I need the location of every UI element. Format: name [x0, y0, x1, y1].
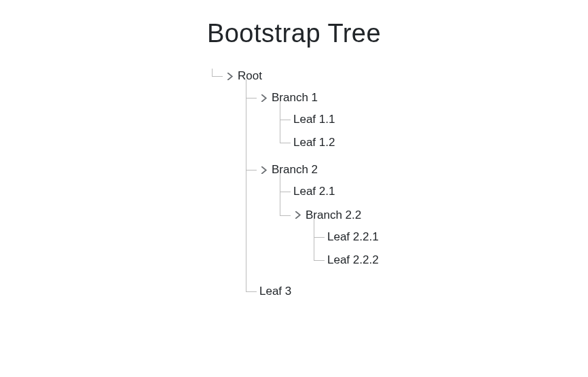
- tree-node-label: Leaf 3: [259, 284, 291, 299]
- page-title: Bootstrap Tree: [0, 19, 588, 48]
- chevron-right-icon[interactable]: [258, 164, 269, 175]
- tree-node-leaf-2-2-2[interactable]: Leaf 2.2.2: [314, 249, 588, 272]
- tree-node-branch-2[interactable]: Branch 2 Leaf 2.1 Branch 2.2: [246, 158, 588, 279]
- tree-node-leaf-2-2-1[interactable]: Leaf 2.2.1: [314, 226, 588, 249]
- tree-view: Root Branch 1 Leaf 1.1: [212, 65, 588, 307]
- chevron-right-icon[interactable]: [292, 210, 303, 221]
- chevron-right-icon[interactable]: [224, 71, 235, 82]
- tree-node-branch-2-2[interactable]: Branch 2.2 Leaf 2.2.1 Leaf 2.2.2: [280, 204, 588, 276]
- tree-node-label: Branch 1: [272, 90, 318, 105]
- tree-node-label: Leaf 2.2.1: [327, 230, 379, 245]
- tree-node-leaf-2-1[interactable]: Leaf 2.1: [280, 180, 588, 203]
- tree-node-label: Leaf 1.1: [293, 112, 335, 127]
- tree-node-leaf-1-2[interactable]: Leaf 1.2: [280, 131, 588, 154]
- tree-node-leaf-3[interactable]: Leaf 3: [246, 280, 588, 303]
- tree-node-label: Root: [238, 69, 262, 84]
- tree-node-label: Branch 2: [272, 162, 318, 177]
- tree-node-label: Leaf 1.2: [293, 135, 335, 150]
- chevron-right-icon[interactable]: [258, 92, 269, 103]
- tree-node-root[interactable]: Root Branch 1 Leaf 1.1: [212, 65, 588, 307]
- tree-node-branch-1[interactable]: Branch 1 Leaf 1.1 Leaf 1.2: [246, 86, 588, 158]
- tree-node-leaf-1-1[interactable]: Leaf 1.1: [280, 108, 588, 131]
- tree-node-label: Leaf 2.1: [293, 184, 335, 199]
- tree-node-label: Leaf 2.2.2: [327, 253, 379, 268]
